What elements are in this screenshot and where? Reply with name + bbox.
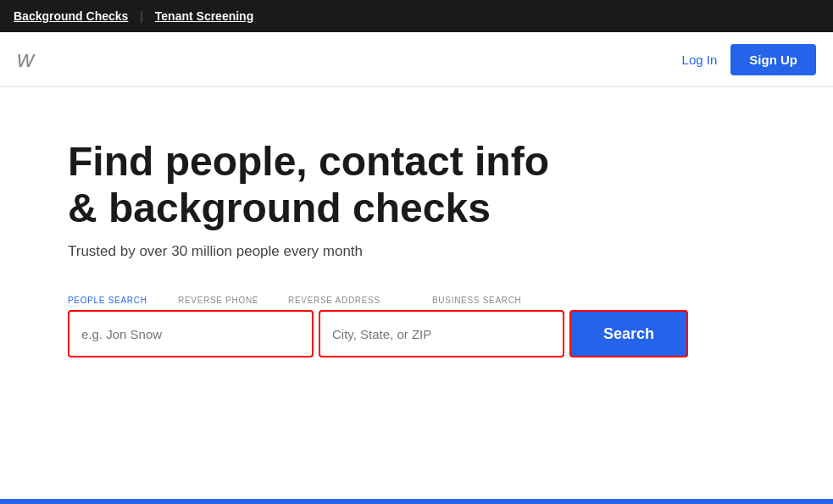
tab-reverse-phone[interactable]: REVERSE PHONE (178, 291, 288, 310)
background-checks-link[interactable]: Background Checks (14, 9, 128, 23)
bottom-progress-bar (0, 499, 833, 504)
logo: w (17, 46, 34, 73)
main-content: Find people, contact info & background c… (0, 87, 833, 391)
search-inputs-row: Search (68, 310, 712, 357)
tab-reverse-address[interactable]: REVERSE ADDRESS (288, 291, 432, 310)
signup-button[interactable]: Sign Up (730, 44, 816, 75)
name-search-input[interactable] (68, 310, 314, 357)
search-button[interactable]: Search (569, 310, 688, 357)
search-section: PEOPLE SEARCH REVERSE PHONE REVERSE ADDR… (68, 291, 712, 357)
top-bar: Background Checks | Tenant Screening (0, 0, 833, 32)
hero-subtitle: Trusted by over 30 million people every … (68, 243, 765, 260)
top-bar-divider: | (136, 9, 146, 23)
login-link[interactable]: Log In (682, 53, 718, 67)
tenant-screening-link[interactable]: Tenant Screening (155, 9, 253, 23)
location-search-input[interactable] (319, 310, 564, 357)
header: w Log In Sign Up (0, 32, 833, 87)
tab-people-search[interactable]: PEOPLE SEARCH (68, 291, 178, 310)
tab-business-search[interactable]: BUSINESS SEARCH (432, 291, 551, 310)
header-actions: Log In Sign Up (682, 44, 816, 75)
search-tabs: PEOPLE SEARCH REVERSE PHONE REVERSE ADDR… (68, 291, 712, 310)
hero-title: Find people, contact info & background c… (68, 138, 576, 231)
